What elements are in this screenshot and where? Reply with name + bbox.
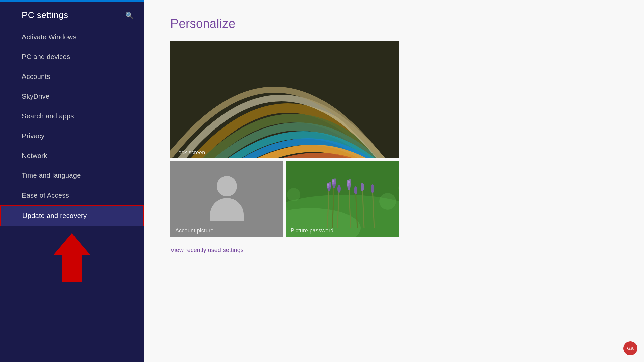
- bottom-row: Account picture: [170, 161, 399, 237]
- top-bar: [0, 0, 144, 2]
- page-title: Personalize: [170, 17, 617, 31]
- sidebar-item-network[interactable]: Network: [0, 146, 144, 166]
- sidebar-item-update-and-recovery[interactable]: Update and recovery: [0, 205, 144, 226]
- svg-point-23: [361, 183, 364, 191]
- svg-point-25: [327, 184, 329, 186]
- picture-password-label: Picture password: [286, 225, 338, 237]
- lock-screen-image: [170, 41, 399, 158]
- search-icon: 🔍: [125, 12, 134, 19]
- avatar-icon: [210, 176, 244, 221]
- svg-point-29: [379, 193, 396, 210]
- account-picture-card[interactable]: Account picture: [170, 161, 283, 237]
- watermark-badge: GK: [623, 341, 637, 355]
- arrow-container: [0, 226, 144, 362]
- sidebar-item-time-and-language[interactable]: Time and language: [0, 166, 144, 186]
- svg-point-24: [371, 184, 374, 193]
- sidebar-title: PC settings: [22, 10, 68, 20]
- svg-point-18: [337, 185, 341, 193]
- svg-point-27: [348, 181, 350, 183]
- sidebar-item-ease-of-access[interactable]: Ease of Access: [0, 186, 144, 205]
- avatar-head: [217, 176, 237, 196]
- svg-point-26: [332, 180, 334, 182]
- search-button[interactable]: 🔍: [125, 11, 134, 19]
- arrow-shaft: [62, 255, 82, 282]
- view-recently-link[interactable]: View recently used settings: [170, 247, 244, 254]
- lock-screen-card[interactable]: Lock screen: [170, 41, 399, 158]
- sidebar-item-accounts[interactable]: Accounts: [0, 67, 144, 87]
- svg-point-28: [287, 188, 300, 201]
- main-content: Personalize: [144, 0, 644, 362]
- sidebar-item-privacy[interactable]: Privacy: [0, 126, 144, 146]
- nav-list: Activate Windows PC and devices Accounts…: [0, 27, 144, 226]
- sidebar-item-activate-windows[interactable]: Activate Windows: [0, 27, 144, 47]
- sidebar-item-search-and-apps[interactable]: Search and apps: [0, 106, 144, 126]
- images-grid: Lock screen Account picture: [170, 41, 399, 237]
- sidebar-header: PC settings 🔍: [0, 0, 144, 27]
- sidebar-item-skydrive[interactable]: SkyDrive: [0, 87, 144, 106]
- sidebar-item-pc-and-devices[interactable]: PC and devices: [0, 47, 144, 67]
- arrow-head: [53, 233, 90, 255]
- account-picture-label: Account picture: [170, 225, 218, 237]
- picture-password-card[interactable]: Picture password: [286, 161, 399, 237]
- lock-screen-label: Lock screen: [170, 147, 210, 158]
- svg-point-14: [329, 182, 331, 187]
- svg-point-22: [354, 186, 357, 194]
- sidebar: PC settings 🔍 Activate Windows PC and de…: [0, 0, 144, 362]
- avatar-body: [210, 198, 244, 221]
